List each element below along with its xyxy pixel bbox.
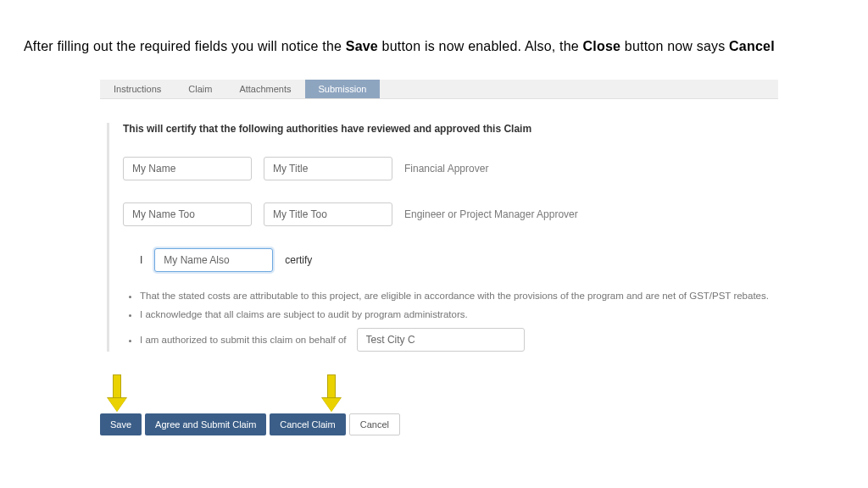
financial-approver-row: Financial Approver (123, 157, 778, 180)
financial-role-label: Financial Approver (404, 163, 488, 175)
certify-row: I certify (140, 248, 778, 272)
certify-prefix: I (140, 254, 142, 266)
arrow-save-icon (108, 374, 124, 413)
caption-text: After filling out the required fields yo… (24, 39, 775, 54)
tab-submission[interactable]: Submission (305, 80, 381, 98)
tab-claim[interactable]: Claim (175, 80, 225, 98)
certify-bullets: That the stated costs are attributable t… (140, 291, 778, 352)
claim-panel: Instructions Claim Attachments Submissio… (100, 80, 778, 360)
tab-attachments[interactable]: Attachments (225, 80, 304, 98)
engineer-title-input[interactable] (264, 202, 392, 226)
bullet-authorized-text: I am authorized to submit this claim on … (140, 335, 347, 345)
tab-bar: Instructions Claim Attachments Submissio… (100, 80, 778, 98)
tabs-underline (100, 98, 778, 99)
bullet-costs: That the stated costs are attributable t… (140, 291, 778, 301)
tab-instructions[interactable]: Instructions (100, 80, 175, 98)
action-buttons: Save Agree and Submit Claim Cancel Claim… (100, 413, 400, 435)
behalf-of-input[interactable] (357, 328, 525, 352)
arrow-cancel-icon (323, 374, 338, 413)
engineer-name-input[interactable] (123, 202, 252, 226)
engineer-role-label: Engineer or Project Manager Approver (404, 208, 578, 220)
certify-name-input[interactable] (154, 248, 273, 272)
submission-form: This will certify that the following aut… (107, 123, 778, 352)
cancel-claim-button[interactable]: Cancel Claim (270, 413, 345, 435)
form-title: This will certify that the following aut… (123, 123, 778, 135)
certify-suffix: certify (285, 254, 312, 266)
financial-name-input[interactable] (123, 157, 252, 180)
bullet-audit: I acknowledge that all claims are subjec… (140, 309, 778, 319)
save-button[interactable]: Save (100, 413, 142, 435)
cancel-button[interactable]: Cancel (349, 413, 400, 435)
bullet-authorized: I am authorized to submit this claim on … (140, 328, 778, 352)
agree-submit-button[interactable]: Agree and Submit Claim (145, 413, 266, 435)
engineer-approver-row: Engineer or Project Manager Approver (123, 202, 778, 226)
financial-title-input[interactable] (264, 157, 392, 180)
